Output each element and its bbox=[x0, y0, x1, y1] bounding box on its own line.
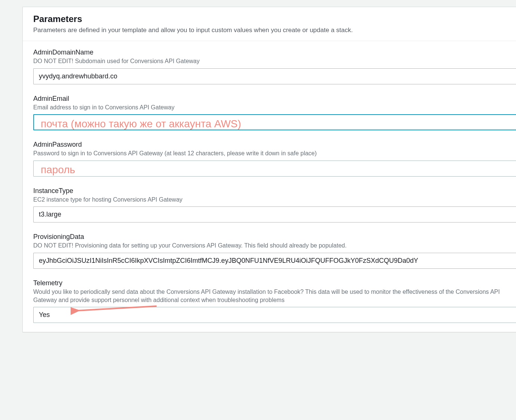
field-admin-password: AdminPassword Password to sign in to Con… bbox=[33, 141, 516, 177]
parameters-panel: Parameters Parameters are defined in you… bbox=[22, 7, 516, 332]
admin-password-input[interactable] bbox=[33, 161, 516, 177]
admin-email-input[interactable] bbox=[33, 114, 516, 130]
panel-title: Parameters bbox=[33, 14, 506, 24]
telemetry-label: Telemetry bbox=[33, 279, 516, 287]
fields-container: AdminDomainName DO NOT EDIT! Subdomain u… bbox=[23, 41, 516, 332]
field-instance-type: InstanceType EC2 instance type for hosti… bbox=[33, 187, 516, 223]
provisioning-data-desc: DO NOT EDIT! Provisioning data for setti… bbox=[33, 242, 516, 250]
admin-domain-label: AdminDomainName bbox=[33, 49, 516, 56]
telemetry-value: Yes bbox=[39, 311, 50, 319]
instance-type-label: InstanceType bbox=[33, 187, 516, 195]
provisioning-data-input[interactable] bbox=[33, 253, 516, 269]
panel-subtitle: Parameters are defined in your template … bbox=[33, 27, 506, 34]
admin-password-desc: Password to sign in to Conversions API G… bbox=[33, 149, 516, 158]
field-provisioning-data: ProvisioningData DO NOT EDIT! Provisioni… bbox=[33, 233, 516, 269]
instance-type-desc: EC2 instance type for hosting Conversion… bbox=[33, 196, 516, 204]
admin-domain-desc: DO NOT EDIT! Subdomain used for Conversi… bbox=[33, 57, 516, 65]
telemetry-desc: Would you like to periodically send data… bbox=[33, 288, 516, 304]
admin-domain-input[interactable] bbox=[33, 68, 516, 84]
panel-header: Parameters Parameters are defined in you… bbox=[23, 7, 516, 41]
field-admin-domain: AdminDomainName DO NOT EDIT! Subdomain u… bbox=[33, 49, 516, 84]
provisioning-data-label: ProvisioningData bbox=[33, 233, 516, 241]
admin-email-label: AdminEmail bbox=[33, 95, 516, 103]
instance-type-input[interactable] bbox=[33, 206, 516, 223]
field-admin-email: AdminEmail Email address to sign in to C… bbox=[33, 95, 516, 131]
field-telemetry: Telemetry Would you like to periodically… bbox=[33, 279, 516, 323]
telemetry-select[interactable]: Yes bbox=[33, 307, 516, 323]
admin-email-desc: Email address to sign in to Conversions … bbox=[33, 103, 516, 112]
admin-password-label: AdminPassword bbox=[33, 141, 516, 149]
